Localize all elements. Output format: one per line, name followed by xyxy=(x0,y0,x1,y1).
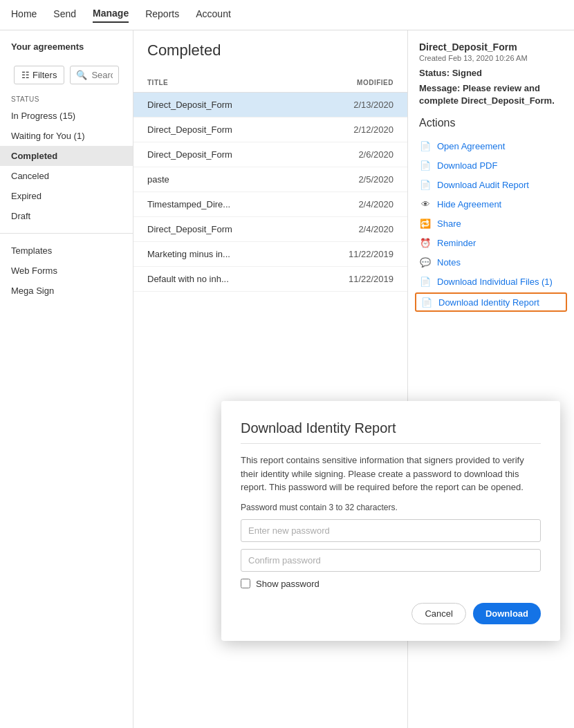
col-title: TITLE xyxy=(133,73,300,93)
table-row[interactable]: Direct_Deposit_Form 2/4/2020 xyxy=(133,217,407,242)
hide-icon: 👁 xyxy=(419,198,432,210)
message-label: Message: xyxy=(419,83,460,93)
new-password-input[interactable] xyxy=(241,519,541,542)
download-button[interactable]: Download xyxy=(473,603,541,624)
action-item-pdf[interactable]: 📄 Download PDF xyxy=(419,156,563,175)
action-item-audit[interactable]: 📄 Download Audit Report xyxy=(419,175,563,194)
doc-created: Created Feb 13, 2020 10:26 AM xyxy=(419,54,563,62)
table-row[interactable]: paste 2/5/2020 xyxy=(133,167,407,192)
sidebar-header: Your agreements xyxy=(0,41,133,59)
row-date: 2/4/2020 xyxy=(300,217,407,242)
status-value: Signed xyxy=(452,68,482,78)
col-modified: MODIFIED xyxy=(300,73,407,93)
action-item-files[interactable]: 📄 Download Individual Files (1) xyxy=(419,272,563,291)
row-title: Direct_Deposit_Form xyxy=(133,142,300,167)
row-title: Direct_Deposit_Form xyxy=(133,217,300,242)
row-date: 2/6/2020 xyxy=(300,142,407,167)
actions-list: 📄 Open Agreement 📄 Download PDF 📄 Downlo… xyxy=(419,136,563,312)
audit-icon: 📄 xyxy=(419,178,432,191)
sidebar-item-web-forms[interactable]: Web Forms xyxy=(0,261,133,281)
sidebar-item-completed[interactable]: Completed xyxy=(0,146,133,166)
table-row[interactable]: Default with no inh... 11/22/2019 xyxy=(133,267,407,292)
sidebar-item-waiting[interactable]: Waiting for You (1) xyxy=(0,126,133,146)
action-label: Hide Agreement xyxy=(437,199,501,209)
cancel-button[interactable]: Cancel xyxy=(411,603,465,624)
filter-icon: ☷ xyxy=(21,70,30,80)
modal-overlay: Download Identity Report This report con… xyxy=(221,401,560,641)
sidebar-item-expired[interactable]: Expired xyxy=(0,186,133,206)
panel-title: Completed xyxy=(147,41,394,59)
row-date: 2/4/2020 xyxy=(300,192,407,217)
row-title: Direct_Deposit_Form xyxy=(133,93,300,118)
show-password-label: Show password xyxy=(256,579,320,589)
action-item-doc[interactable]: 📄 Open Agreement xyxy=(419,136,563,156)
table-row[interactable]: Marketing minus in... 11/22/2019 xyxy=(133,242,407,267)
identity-icon: 📄 xyxy=(420,296,433,308)
sidebar-item-draft[interactable]: Draft xyxy=(0,206,133,226)
row-title: Marketing minus in... xyxy=(133,242,300,267)
action-label: Reminder xyxy=(437,238,476,248)
nav-reports[interactable]: Reports xyxy=(145,8,179,22)
nav-account[interactable]: Account xyxy=(196,8,231,22)
search-area: ☷ Filters 🔍 xyxy=(0,59,133,87)
doc-message: Message: Please review and complete Dire… xyxy=(419,82,563,107)
action-label: Share xyxy=(437,218,461,229)
search-icon: 🔍 xyxy=(76,70,87,80)
nav-home[interactable]: Home xyxy=(11,8,37,22)
table-row[interactable]: Direct_Deposit_Form 2/12/2020 xyxy=(133,118,407,142)
actions-title: Actions xyxy=(419,117,563,129)
doc-status: Status: Signed xyxy=(419,68,563,78)
files-icon: 📄 xyxy=(419,275,432,288)
show-password-checkbox[interactable] xyxy=(241,579,250,588)
action-item-hide[interactable]: 👁 Hide Agreement xyxy=(419,194,563,214)
action-label: Download Identity Report xyxy=(438,297,539,308)
nav-send[interactable]: Send xyxy=(53,8,76,22)
row-title: Timestamped_Dire... xyxy=(133,192,300,217)
row-title: Default with no inh... xyxy=(133,267,300,292)
row-date: 11/22/2019 xyxy=(300,267,407,292)
modal-title: Download Identity Report xyxy=(241,420,541,436)
row-date: 2/12/2020 xyxy=(300,118,407,142)
modal-password-rule: Password must contain 3 to 32 characters… xyxy=(241,503,541,512)
doc-icon: 📄 xyxy=(419,140,432,152)
action-item-reminder[interactable]: ⏰ Reminder xyxy=(419,233,563,252)
table-row[interactable]: Direct_Deposit_Form 2/13/2020 xyxy=(133,93,407,118)
filter-button[interactable]: ☷ Filters xyxy=(14,66,64,84)
row-date: 2/13/2020 xyxy=(300,93,407,118)
nav-manage[interactable]: Manage xyxy=(93,8,129,23)
modal-description: This report contains sensitive informati… xyxy=(241,454,541,494)
top-nav: Home Send Manage Reports Account xyxy=(0,0,574,30)
row-title: paste xyxy=(133,167,300,192)
action-item-share[interactable]: 🔁 Share xyxy=(419,214,563,233)
action-label: Open Agreement xyxy=(437,141,505,151)
center-panel-header: Completed xyxy=(133,30,407,73)
filter-label: Filters xyxy=(33,70,57,80)
action-label: Download Individual Files (1) xyxy=(437,277,553,287)
table-row[interactable]: Direct_Deposit_Form 2/6/2020 xyxy=(133,142,407,167)
sidebar-item-templates[interactable]: Templates xyxy=(0,241,133,261)
row-date: 11/22/2019 xyxy=(300,242,407,267)
confirm-password-input[interactable] xyxy=(241,549,541,572)
sidebar-item-canceled[interactable]: Canceled xyxy=(0,166,133,186)
sidebar-item-in-progress[interactable]: In Progress (15) xyxy=(0,106,133,126)
reminder-icon: ⏰ xyxy=(419,236,432,249)
action-label: Download PDF xyxy=(437,160,497,171)
modal-divider xyxy=(241,443,541,444)
share-icon: 🔁 xyxy=(419,217,432,230)
show-password-row: Show password xyxy=(241,579,541,589)
row-title: Direct_Deposit_Form xyxy=(133,118,300,142)
agreements-table: TITLE MODIFIED Direct_Deposit_Form 2/13/… xyxy=(133,73,407,292)
action-item-notes[interactable]: 💬 Notes xyxy=(419,252,563,272)
row-date: 2/5/2020 xyxy=(300,167,407,192)
doc-title: Direct_Deposit_Form xyxy=(419,41,563,53)
table-row[interactable]: Timestamped_Dire... 2/4/2020 xyxy=(133,192,407,217)
sidebar-item-mega-sign[interactable]: Mega Sign xyxy=(0,281,133,301)
search-input-wrap: 🔍 xyxy=(70,66,119,84)
action-item-identity[interactable]: 📄 Download Identity Report xyxy=(415,292,567,312)
search-input[interactable] xyxy=(91,70,113,80)
status-section-title: STATUS xyxy=(0,87,133,106)
sidebar-divider xyxy=(0,233,133,234)
action-label: Download Audit Report xyxy=(437,180,529,190)
status-label: Status: xyxy=(419,68,450,78)
pdf-icon: 📄 xyxy=(419,159,432,171)
